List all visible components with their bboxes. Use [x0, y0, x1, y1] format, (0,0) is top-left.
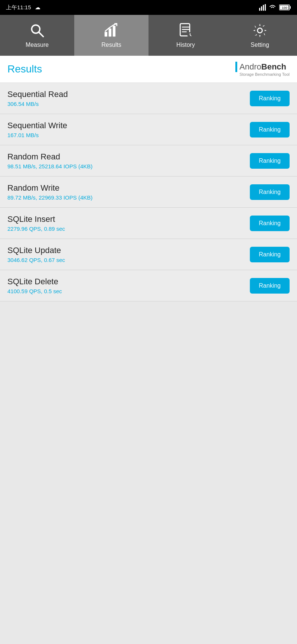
result-title: Sequential Read — [7, 90, 250, 99]
status-icons: 100 — [259, 4, 291, 11]
svg-text:100: 100 — [282, 6, 287, 10]
brand-subtitle: Storage Benchmarking Tool — [239, 72, 290, 77]
status-time: 上午11:15 ☁ — [6, 4, 40, 11]
results-list: Sequential Read 306.54 MB/s Ranking Sequ… — [0, 83, 297, 301]
svg-rect-0 — [259, 8, 260, 11]
document-icon — [177, 22, 194, 39]
ranking-button-rand-write[interactable]: Ranking — [250, 184, 290, 200]
svg-rect-2 — [263, 5, 264, 11]
ranking-button-seq-write[interactable]: Ranking — [250, 122, 290, 137]
chart-icon — [103, 22, 120, 39]
result-title: Random Write — [7, 183, 250, 193]
svg-rect-10 — [105, 32, 107, 37]
result-value: 98.51 MB/s, 25218.64 IOPS (4KB) — [7, 163, 250, 169]
result-info: Sequential Read 306.54 MB/s — [7, 90, 250, 107]
status-bar: 上午11:15 ☁ 100 — [0, 0, 297, 15]
result-title: SQLite Insert — [7, 214, 250, 224]
page-header: Results AndroBench Storage Benchmarking … — [0, 56, 297, 83]
svg-rect-11 — [109, 29, 111, 37]
tab-setting[interactable]: Setting — [223, 15, 297, 56]
result-item-seq-write: Sequential Write 167.01 MB/s Ranking — [0, 114, 297, 145]
tab-results[interactable]: Results — [74, 15, 148, 56]
result-title: SQLite Update — [7, 246, 250, 255]
brand-logo: AndroBench Storage Benchmarking Tool — [235, 62, 290, 77]
result-info: SQLite Delete 4100.59 QPS, 0.5 sec — [7, 277, 250, 294]
result-item-rand-write: Random Write 89.72 MB/s, 22969.33 IOPS (… — [0, 177, 297, 208]
ranking-button-sqlite-update[interactable]: Ranking — [250, 247, 290, 262]
brand-name: AndroBench — [235, 62, 286, 72]
result-info: SQLite Insert 2279.96 QPS, 0.89 sec — [7, 214, 250, 232]
ranking-button-sqlite-delete[interactable]: Ranking — [250, 278, 290, 294]
svg-rect-3 — [265, 4, 266, 11]
result-item-rand-read: Random Read 98.51 MB/s, 25218.64 IOPS (4… — [0, 145, 297, 177]
result-title: Random Read — [7, 152, 250, 162]
result-title: SQLite Delete — [7, 277, 250, 287]
result-value: 3046.62 QPS, 0.67 sec — [7, 257, 250, 263]
result-info: Random Write 89.72 MB/s, 22969.33 IOPS (… — [7, 183, 250, 201]
battery-icon: 100 — [279, 4, 291, 10]
result-info: SQLite Update 3046.62 QPS, 0.67 sec — [7, 246, 250, 263]
result-value: 2279.96 QPS, 0.89 sec — [7, 226, 250, 232]
result-info: Sequential Write 167.01 MB/s — [7, 121, 250, 138]
result-info: Random Read 98.51 MB/s, 25218.64 IOPS (4… — [7, 152, 250, 169]
tab-measure[interactable]: Measure — [0, 15, 74, 56]
tab-history[interactable]: History — [148, 15, 223, 56]
svg-rect-12 — [113, 26, 115, 36]
svg-point-20 — [258, 28, 262, 33]
nav-tabs: Measure Results History — [0, 15, 297, 56]
result-value: 167.01 MB/s — [7, 132, 250, 138]
result-item-sqlite-delete: SQLite Delete 4100.59 QPS, 0.5 sec Ranki… — [0, 270, 297, 301]
gear-icon — [252, 22, 268, 39]
result-value: 89.72 MB/s, 22969.33 IOPS (4KB) — [7, 194, 250, 201]
result-item-sqlite-update: SQLite Update 3046.62 QPS, 0.67 sec Rank… — [0, 239, 297, 270]
ranking-button-rand-read[interactable]: Ranking — [250, 153, 290, 169]
empty-area — [0, 301, 297, 524]
search-icon — [29, 22, 45, 39]
ranking-button-sqlite-insert[interactable]: Ranking — [250, 216, 290, 231]
page-title: Results — [7, 63, 42, 75]
result-title: Sequential Write — [7, 121, 250, 130]
svg-line-9 — [39, 32, 43, 37]
brand-bar — [235, 62, 237, 72]
cloud-icon: ☁ — [35, 4, 40, 10]
result-item-sqlite-insert: SQLite Insert 2279.96 QPS, 0.89 sec Rank… — [0, 208, 297, 239]
result-value: 4100.59 QPS, 0.5 sec — [7, 288, 250, 294]
signal-icon — [259, 4, 266, 11]
svg-rect-5 — [290, 6, 291, 9]
result-item-seq-read: Sequential Read 306.54 MB/s Ranking — [0, 83, 297, 114]
result-value: 306.54 MB/s — [7, 101, 250, 107]
wifi-icon — [269, 4, 276, 10]
svg-rect-1 — [261, 6, 262, 11]
ranking-button-seq-read[interactable]: Ranking — [250, 91, 290, 106]
